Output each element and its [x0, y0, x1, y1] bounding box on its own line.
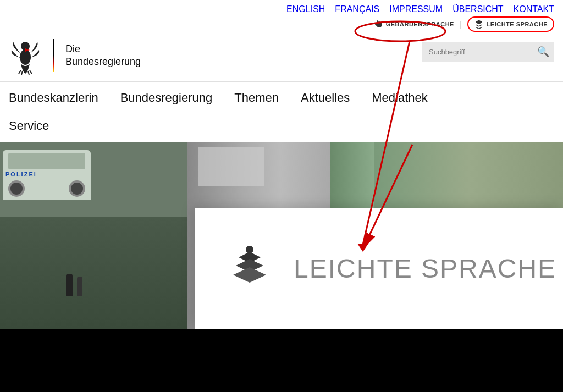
- gebaerdensprache-label: GEBÄRDENSPRACHE: [386, 21, 454, 27]
- search-area: 🔍: [422, 42, 554, 62]
- link-impressum[interactable]: IMPRESSUM: [389, 4, 443, 14]
- nav-bundesregierung[interactable]: Bundesregierung: [120, 82, 213, 114]
- svg-line-3: [19, 70, 21, 74]
- link-ubersicht[interactable]: ÜBERSICHT: [452, 4, 503, 14]
- search-input[interactable]: [422, 42, 532, 62]
- separator: |: [460, 20, 462, 29]
- leichte-sprache-popup: LEICHTE SPRACHE: [195, 208, 563, 329]
- nav-aktuelles[interactable]: Aktuelles: [301, 82, 350, 114]
- svg-point-7: [246, 246, 253, 253]
- leichte-sprache-top-label: LEICHTE SPRACHE: [487, 21, 548, 27]
- site-title: Die Bundesregierung: [65, 43, 141, 69]
- top-links-row2: GEBÄRDENSPRACHE | LEICHTE SPRACHE: [373, 16, 554, 32]
- leichte-sprache-top-btn[interactable]: LEICHTE SPRACHE: [467, 16, 554, 32]
- hands-icon: [373, 19, 383, 29]
- leichte-sprache-icon-large: [228, 246, 272, 290]
- logo-search-row: Die Bundesregierung 🔍: [0, 32, 563, 81]
- gebaerdensprache-btn[interactable]: GEBÄRDENSPRACHE: [373, 19, 454, 29]
- main-nav: Bundeskanzlerin Bundesregierung Themen A…: [0, 81, 563, 114]
- site-title-line2: Bundesregierung: [65, 56, 141, 68]
- lang-english[interactable]: ENGLISH: [286, 4, 325, 14]
- lang-francais[interactable]: FRANÇAIS: [335, 4, 379, 14]
- svg-line-4: [21, 71, 23, 75]
- nav-themen[interactable]: Themen: [234, 82, 279, 114]
- site-title-line1: Die: [65, 43, 141, 56]
- page-wrapper: ENGLISH FRANÇAIS IMPRESSUM ÜBERSICHT KON…: [0, 0, 563, 329]
- street-scene: POLIZEI: [0, 142, 187, 329]
- nav-service[interactable]: Service: [9, 119, 49, 132]
- svg-line-6: [30, 70, 32, 74]
- nav-bundeskanzlerin[interactable]: Bundeskanzlerin: [9, 82, 98, 114]
- hero-section: POLIZEI: [0, 142, 563, 329]
- service-nav: Service: [0, 114, 563, 142]
- search-button[interactable]: 🔍: [532, 42, 554, 62]
- leichte-sprache-popup-title: LEICHTE SPRACHE: [294, 253, 556, 284]
- logo-divider: [53, 39, 54, 72]
- police-van: POLIZEI: [3, 150, 91, 200]
- link-kontakt[interactable]: KONTAKT: [514, 4, 554, 14]
- search-icon: 🔍: [537, 46, 549, 58]
- book-icon-small: [474, 19, 484, 29]
- top-bar: ENGLISH FRANÇAIS IMPRESSUM ÜBERSICHT KON…: [0, 0, 563, 32]
- book-stack-icon: [228, 246, 272, 290]
- nav-mediathek[interactable]: Mediathek: [372, 82, 428, 114]
- svg-point-0: [20, 49, 31, 65]
- federal-eagle-icon: [9, 36, 42, 75]
- logo-area: Die Bundesregierung: [9, 36, 141, 75]
- top-links-row1: ENGLISH FRANÇAIS IMPRESSUM ÜBERSICHT KON…: [286, 4, 554, 14]
- svg-line-5: [28, 71, 29, 75]
- polizei-label: POLIZEI: [5, 171, 37, 178]
